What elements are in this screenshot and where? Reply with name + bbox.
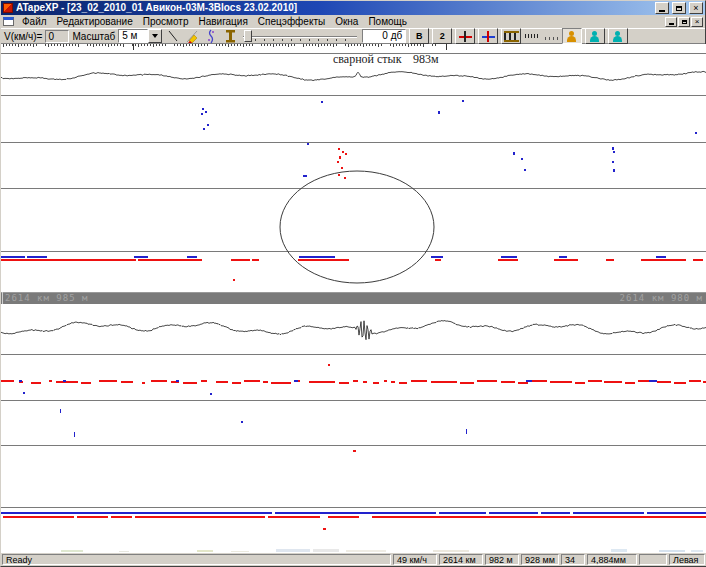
app-window: ATapeXP - [23_02_2010_01 Авикон-03М-3Blo… [0, 0, 706, 567]
ruler-ticks [3, 44, 447, 50]
speed-label: V(км/ч)= [4, 31, 42, 42]
bottom-solid-lines [1, 512, 706, 518]
menu-file[interactable]: Файл [17, 15, 52, 28]
minimize-icon [659, 10, 665, 12]
blue-sweep-icon [481, 30, 496, 43]
track-view-button[interactable] [501, 28, 521, 44]
lower-row-marks [1, 380, 706, 384]
km-marker-bar: 2614 км 985 м2614 км 980 м [1, 292, 706, 304]
person-cyan-icon-2 [613, 31, 623, 42]
close-icon: × [693, 4, 698, 13]
menu-effects[interactable]: Спецэффекты [253, 15, 330, 28]
menu-windows[interactable]: Окна [330, 15, 363, 28]
km-marker-right: 2614 км 980 м [620, 293, 703, 303]
red-sweep-button[interactable] [455, 28, 475, 44]
weld-annotation: сварной стык983м [333, 52, 439, 66]
blue-sweep-button[interactable] [478, 28, 498, 44]
status-empty [639, 554, 667, 565]
restore-button[interactable] [672, 2, 686, 14]
operator-yellow-button[interactable] [562, 28, 582, 44]
upper-band-marks [1, 256, 703, 261]
line-tool-icon[interactable] [165, 28, 181, 44]
app-icon[interactable] [3, 3, 13, 13]
chevron-down-icon [152, 34, 158, 38]
status-km: 2614 км [439, 554, 483, 565]
person-cyan-icon [590, 31, 600, 42]
child-minimize-button[interactable] [665, 17, 677, 27]
status-mm: 928 мм [521, 554, 559, 565]
scale-dropdown-button[interactable] [148, 29, 162, 43]
menu-edit[interactable]: Редактирование [52, 15, 138, 28]
slider-track [243, 36, 357, 37]
child-restore-icon [682, 20, 687, 24]
toolbar: V(км/ч)= 0 Масштаб 5 м 0 дб В 2 [1, 28, 705, 44]
person-yellow-icon [567, 31, 577, 42]
window-title: ATapeXP - [23_02_2010_01 Авикон-03М-3Blo… [16, 1, 652, 15]
slider-ticks [255, 39, 353, 41]
menu-navigation[interactable]: Навигация [193, 15, 252, 28]
weld-label: сварной стык [333, 52, 402, 66]
title-bar[interactable]: ATapeXP - [23_02_2010_01 Авикон-03М-3Blo… [1, 1, 705, 15]
status-m: 982 м [485, 554, 519, 565]
child-close-button[interactable]: × [691, 17, 703, 27]
child-close-icon: × [695, 18, 700, 26]
weld-distance: 983м [413, 52, 439, 66]
upper-rail-waveform [1, 71, 706, 80]
km-marker-left: 2614 км 985 м [5, 293, 88, 303]
restore-icon [676, 6, 682, 11]
upper-panel-marks [201, 100, 697, 281]
scale-value[interactable]: 5 м [118, 29, 148, 43]
status-ready: Ready [2, 554, 391, 565]
operator-cyan-button-1[interactable] [585, 28, 605, 44]
slider-thumb[interactable] [244, 30, 252, 42]
ties-dense-icon[interactable] [524, 28, 540, 44]
track-grid-icon [504, 31, 519, 42]
status-bar: Ready 49 км/ч 2614 км 982 м 928 мм 34 4,… [1, 552, 706, 566]
scale-label: Масштаб [72, 31, 115, 42]
two-channel-button[interactable]: 2 [432, 28, 452, 44]
status-count: 34 [561, 554, 585, 565]
track-lines [1, 54, 706, 508]
rail-profile-icon[interactable] [222, 28, 238, 44]
child-restore-button[interactable] [678, 17, 690, 27]
gain-slider[interactable] [241, 29, 359, 44]
two-letter: 2 [440, 32, 445, 41]
bscan-view-button[interactable]: В [409, 28, 429, 44]
red-sweep-icon [458, 30, 473, 43]
defectogram-canvas[interactable]: сварной стык983м2614 км 985 м2614 км 980… [1, 44, 706, 554]
close-button[interactable]: × [689, 2, 703, 14]
minimize-button[interactable] [655, 2, 669, 14]
lower-dot-marks [23, 364, 467, 530]
signal-squiggle-icon[interactable] [203, 28, 219, 44]
defectogram-area[interactable]: сварной стык983м2614 км 985 м2614 км 980… [1, 44, 706, 554]
status-speed: 49 км/ч [393, 554, 437, 565]
ties-sparse-icon[interactable] [543, 28, 559, 44]
status-side: Левая [669, 554, 705, 565]
scale-combobox[interactable]: 5 м [118, 29, 162, 43]
menu-bar: Файл Редактирование Просмотр Навигация С… [1, 15, 705, 28]
bscan-letter: В [416, 32, 423, 41]
gain-value-box: 0 дб [362, 29, 406, 43]
child-minimize-icon [669, 23, 674, 25]
operator-cyan-button-2[interactable] [608, 28, 628, 44]
status-offset: 4,884мм [587, 554, 637, 565]
annotation-ellipse[interactable] [280, 171, 434, 283]
menu-help[interactable]: Помощь [363, 15, 412, 28]
speed-value-box: 0 [45, 30, 69, 43]
child-window-icon[interactable] [3, 17, 14, 26]
lower-rail-waveform [1, 321, 706, 340]
menu-view[interactable]: Просмотр [138, 15, 194, 28]
marker-pen-icon[interactable] [184, 28, 200, 44]
